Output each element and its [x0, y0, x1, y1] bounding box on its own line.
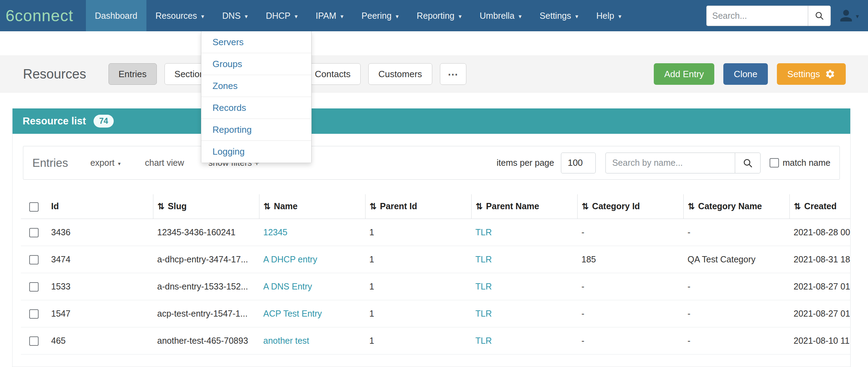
- cell-parent-id: 1: [365, 273, 471, 300]
- column-header-category-id[interactable]: ⇅Category Id: [577, 194, 683, 219]
- column-header-parent-id[interactable]: ⇅Parent Id: [365, 194, 471, 219]
- match-name-checkbox[interactable]: [770, 158, 779, 168]
- column-header-category-name[interactable]: ⇅Category Name: [683, 194, 789, 219]
- nav-item-dns[interactable]: DNS ▾: [213, 0, 257, 31]
- cell-parent-id: 1: [365, 300, 471, 327]
- items-per-page-input[interactable]: [561, 153, 596, 173]
- name-search-button[interactable]: [735, 153, 761, 173]
- chevron-down-icon: ▾: [618, 14, 621, 19]
- row-checkbox[interactable]: [29, 228, 39, 237]
- cell-parent-id: 1: [365, 246, 471, 273]
- cell-id: 3436: [47, 219, 153, 246]
- nav-item-label: DHCP: [266, 11, 290, 21]
- more-tabs-button[interactable]: ⋯: [440, 63, 466, 85]
- cell-name-link[interactable]: 12345: [259, 219, 365, 246]
- column-header-parent-name[interactable]: ⇅Parent Name: [471, 194, 577, 219]
- table-row: 1547 acp-test-entry-1547-1... ACP Test E…: [21, 300, 851, 327]
- menu-item-groups[interactable]: Groups: [201, 53, 311, 75]
- user-menu[interactable]: ▾: [839, 9, 859, 23]
- add-entry-button[interactable]: Add Entry: [654, 63, 714, 85]
- table-row: 3474 a-dhcp-entry-3474-17... A DHCP entr…: [21, 246, 851, 273]
- nav-item-label: Resources: [155, 11, 197, 21]
- cell-category-id: -: [577, 219, 683, 246]
- gear-icon: [825, 69, 835, 79]
- cell-name-link[interactable]: A DNS Entry: [259, 273, 365, 300]
- nav-item-reporting[interactable]: Reporting ▾: [408, 0, 471, 31]
- nav-item-resources[interactable]: Resources ▾: [146, 0, 213, 31]
- nav-item-settings[interactable]: Settings ▾: [531, 0, 587, 31]
- cell-parent-name-link[interactable]: TLR: [471, 219, 577, 246]
- export-menu[interactable]: export ▾: [90, 158, 121, 168]
- row-checkbox[interactable]: [29, 255, 39, 264]
- cell-parent-id: 1: [365, 327, 471, 354]
- menu-item-zones[interactable]: Zones: [201, 75, 311, 97]
- cell-parent-name-link[interactable]: TLR: [471, 327, 577, 354]
- column-label: Parent Name: [486, 201, 539, 211]
- main-nav: Dashboard Resources ▾ DNS ▾ DHCP ▾ IPAM …: [86, 0, 630, 31]
- logo[interactable]: 6connect: [0, 0, 86, 31]
- settings-button[interactable]: Settings: [777, 63, 846, 85]
- column-header-created[interactable]: ⇅Created: [789, 194, 851, 219]
- cell-slug: acp-test-entry-1547-1...: [153, 300, 259, 327]
- user-icon: [839, 9, 853, 23]
- clone-label: Clone: [734, 69, 757, 80]
- global-search-button[interactable]: [808, 6, 831, 26]
- cell-id: 465: [47, 327, 153, 354]
- search-icon: [814, 11, 824, 21]
- column-header-name[interactable]: ⇅Name: [259, 194, 365, 219]
- cell-created: 2021-08-10 11: [789, 327, 851, 354]
- tab-entries[interactable]: Entries: [108, 63, 157, 85]
- name-search-input[interactable]: [605, 153, 735, 173]
- sort-icon: ⇅: [370, 202, 377, 211]
- nav-item-umbrella[interactable]: Umbrella ▾: [471, 0, 531, 31]
- table-container: Id ⇅Slug ⇅Name ⇅Parent Id: [21, 194, 842, 354]
- nav-item-help[interactable]: Help ▾: [587, 0, 630, 31]
- sort-icon: ⇅: [264, 202, 271, 211]
- chevron-down-icon: ▾: [201, 14, 204, 19]
- panel-header: Resource list 74: [12, 108, 851, 134]
- count-badge: 74: [94, 115, 114, 128]
- cell-parent-id: 1: [365, 219, 471, 246]
- chevron-down-icon: ▾: [340, 14, 344, 19]
- chart-view-link[interactable]: chart view: [145, 158, 184, 168]
- row-checkbox[interactable]: [29, 309, 39, 319]
- cell-name-link[interactable]: ACP Test Entry: [259, 300, 365, 327]
- items-per-page-label: items per page: [497, 158, 554, 168]
- chevron-down-icon: ▾: [856, 13, 859, 19]
- cell-parent-name-link[interactable]: TLR: [471, 246, 577, 273]
- toolbar-right: items per page match name: [497, 153, 830, 173]
- menu-item-logging[interactable]: Logging: [201, 141, 311, 163]
- nav-item-dhcp[interactable]: DHCP ▾: [257, 0, 306, 31]
- top-navbar: 6connect Dashboard Resources ▾ DNS ▾ DHC…: [0, 0, 868, 31]
- nav-item-label: Reporting: [417, 11, 454, 21]
- cell-name-link[interactable]: another test: [259, 327, 365, 354]
- menu-item-records[interactable]: Records: [201, 97, 311, 119]
- cell-category-id: 185: [577, 246, 683, 273]
- global-search-input[interactable]: [706, 6, 808, 26]
- nav-item-dashboard[interactable]: Dashboard: [86, 0, 146, 31]
- tab-contacts[interactable]: Contacts: [305, 63, 361, 85]
- menu-item-reporting[interactable]: Reporting: [201, 119, 311, 141]
- table-row: 1533 a-dns-entry-1533-152... A DNS Entry…: [21, 273, 851, 300]
- cell-category-id: -: [577, 327, 683, 354]
- cell-id: 3474: [47, 246, 153, 273]
- select-all-checkbox[interactable]: [29, 202, 39, 212]
- column-label: Category Name: [698, 201, 762, 211]
- menu-item-servers[interactable]: Servers: [201, 31, 311, 53]
- name-search: [605, 153, 761, 173]
- column-header-slug[interactable]: ⇅Slug: [153, 194, 259, 219]
- row-checkbox[interactable]: [29, 336, 39, 346]
- cell-name-link[interactable]: A DHCP entry: [259, 246, 365, 273]
- cell-category-name: -: [683, 300, 789, 327]
- chevron-down-icon: ▾: [519, 14, 522, 19]
- chevron-down-icon: ▾: [459, 14, 462, 19]
- nav-item-ipam[interactable]: IPAM ▾: [307, 0, 353, 31]
- tab-customers[interactable]: Customers: [368, 63, 432, 85]
- row-checkbox[interactable]: [29, 282, 39, 292]
- clone-button[interactable]: Clone: [723, 63, 768, 85]
- header-actions: Add Entry Clone Settings: [654, 63, 846, 85]
- cell-parent-name-link[interactable]: TLR: [471, 273, 577, 300]
- cell-parent-name-link[interactable]: TLR: [471, 300, 577, 327]
- nav-item-peering[interactable]: Peering ▾: [353, 0, 408, 31]
- sort-icon: ⇅: [582, 202, 589, 211]
